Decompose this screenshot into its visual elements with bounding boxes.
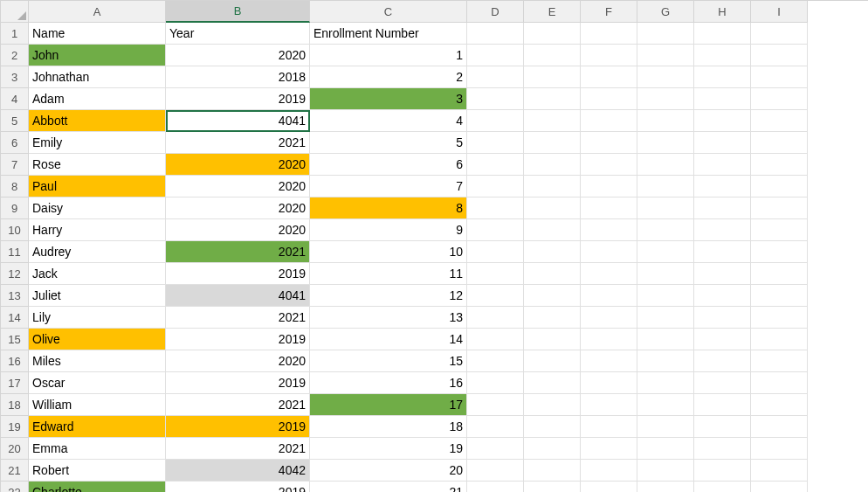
cell-I17[interactable]	[751, 372, 808, 394]
cell-E17[interactable]	[524, 372, 581, 394]
col-header-C[interactable]: C	[310, 1, 467, 23]
cell-A9[interactable]: Daisy	[29, 197, 166, 219]
col-header-B[interactable]: B	[166, 1, 310, 23]
cell-F21[interactable]	[581, 460, 637, 482]
cell-I14[interactable]	[751, 307, 808, 329]
cell-A17[interactable]: Oscar	[29, 372, 166, 394]
cell-G4[interactable]	[637, 88, 694, 110]
row-header-10[interactable]: 10	[1, 219, 29, 241]
cell-A14[interactable]: Lily	[29, 307, 166, 329]
cell-I20[interactable]	[751, 438, 808, 460]
cell-A12[interactable]: Jack	[29, 263, 166, 285]
cell-F22[interactable]	[581, 482, 637, 492]
cell-B20[interactable]: 2021	[166, 438, 310, 460]
cell-E15[interactable]	[524, 329, 581, 350]
cell-A20[interactable]: Emma	[29, 438, 166, 460]
cell-B16[interactable]: 2020	[166, 350, 310, 372]
cell-G1[interactable]	[637, 23, 694, 45]
cell-F8[interactable]	[581, 176, 637, 197]
cell-H13[interactable]	[694, 285, 751, 307]
col-header-I[interactable]: I	[751, 1, 808, 23]
cell-G20[interactable]	[637, 438, 694, 460]
cell-B18[interactable]: 2021	[166, 394, 310, 416]
cell-G3[interactable]	[637, 66, 694, 88]
cell-D5[interactable]	[467, 110, 524, 132]
cell-H8[interactable]	[694, 176, 751, 197]
cell-I19[interactable]	[751, 416, 808, 438]
row-header-13[interactable]: 13	[1, 285, 29, 307]
row-header-15[interactable]: 15	[1, 329, 29, 350]
cell-I4[interactable]	[751, 88, 808, 110]
cell-A2[interactable]: John	[29, 45, 166, 66]
cell-H17[interactable]	[694, 372, 751, 394]
cell-D1[interactable]	[467, 23, 524, 45]
cell-C11[interactable]: 10	[310, 241, 467, 263]
row-header-16[interactable]: 16	[1, 350, 29, 372]
cell-F17[interactable]	[581, 372, 637, 394]
row-header-20[interactable]: 20	[1, 438, 29, 460]
cell-H16[interactable]	[694, 350, 751, 372]
cell-A18[interactable]: William	[29, 394, 166, 416]
cell-G7[interactable]	[637, 154, 694, 176]
cell-E8[interactable]	[524, 176, 581, 197]
cell-H12[interactable]	[694, 263, 751, 285]
row-header-7[interactable]: 7	[1, 154, 29, 176]
cell-F15[interactable]	[581, 329, 637, 350]
cell-A4[interactable]: Adam	[29, 88, 166, 110]
row-header-3[interactable]: 3	[1, 66, 29, 88]
cell-D3[interactable]	[467, 66, 524, 88]
col-header-D[interactable]: D	[467, 1, 524, 23]
cell-C2[interactable]: 1	[310, 45, 467, 66]
col-header-F[interactable]: F	[581, 1, 637, 23]
cell-B11[interactable]: 2021	[166, 241, 310, 263]
row-header-5[interactable]: 5	[1, 110, 29, 132]
cell-I15[interactable]	[751, 329, 808, 350]
cell-H18[interactable]	[694, 394, 751, 416]
cell-E7[interactable]	[524, 154, 581, 176]
cell-C22[interactable]: 21	[310, 482, 467, 492]
cell-A11[interactable]: Audrey	[29, 241, 166, 263]
col-header-A[interactable]: A	[29, 1, 166, 23]
cell-C17[interactable]: 16	[310, 372, 467, 394]
row-header-4[interactable]: 4	[1, 88, 29, 110]
cell-C3[interactable]: 2	[310, 66, 467, 88]
cell-A15[interactable]: Olive	[29, 329, 166, 350]
cell-A6[interactable]: Emily	[29, 132, 166, 154]
cell-C5[interactable]: 4	[310, 110, 467, 132]
cell-F16[interactable]	[581, 350, 637, 372]
row-header-19[interactable]: 19	[1, 416, 29, 438]
cell-F3[interactable]	[581, 66, 637, 88]
cell-I21[interactable]	[751, 460, 808, 482]
cell-I9[interactable]	[751, 197, 808, 219]
row-header-17[interactable]: 17	[1, 372, 29, 394]
cell-D18[interactable]	[467, 394, 524, 416]
cell-B8[interactable]: 2020	[166, 176, 310, 197]
cell-B9[interactable]: 2020	[166, 197, 310, 219]
cell-D12[interactable]	[467, 263, 524, 285]
cell-C16[interactable]: 15	[310, 350, 467, 372]
cell-C1[interactable]: Enrollment Number	[310, 23, 467, 45]
cell-F20[interactable]	[581, 438, 637, 460]
cell-A3[interactable]: Johnathan	[29, 66, 166, 88]
cell-G14[interactable]	[637, 307, 694, 329]
cell-G11[interactable]	[637, 241, 694, 263]
cell-D7[interactable]	[467, 154, 524, 176]
cell-B6[interactable]: 2021	[166, 132, 310, 154]
cell-F19[interactable]	[581, 416, 637, 438]
row-header-22[interactable]: 22	[1, 482, 29, 492]
cell-G19[interactable]	[637, 416, 694, 438]
cell-I7[interactable]	[751, 154, 808, 176]
cell-B3[interactable]: 2018	[166, 66, 310, 88]
cell-B13[interactable]: 4041	[166, 285, 310, 307]
cell-I8[interactable]	[751, 176, 808, 197]
cell-B19[interactable]: 2019	[166, 416, 310, 438]
cell-H2[interactable]	[694, 45, 751, 66]
cell-H5[interactable]	[694, 110, 751, 132]
cell-H19[interactable]	[694, 416, 751, 438]
cell-E6[interactable]	[524, 132, 581, 154]
col-header-H[interactable]: H	[694, 1, 751, 23]
cell-G13[interactable]	[637, 285, 694, 307]
row-header-21[interactable]: 21	[1, 460, 29, 482]
cell-H11[interactable]	[694, 241, 751, 263]
cell-H14[interactable]	[694, 307, 751, 329]
